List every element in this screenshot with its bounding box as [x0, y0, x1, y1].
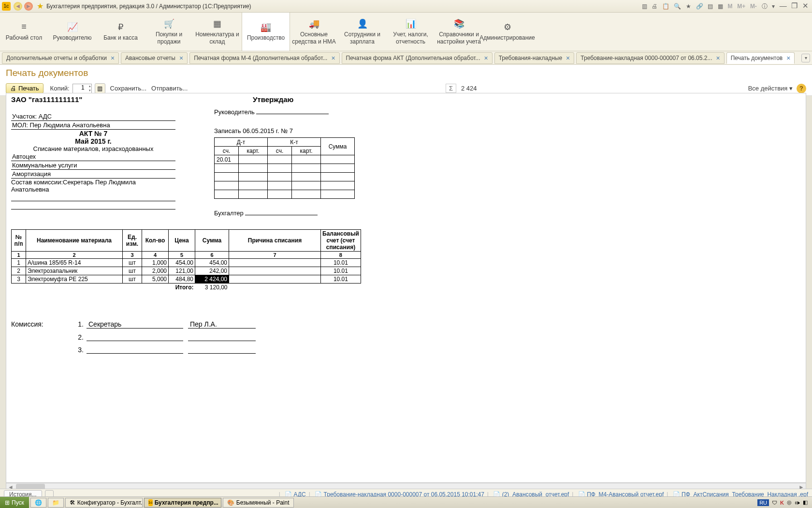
ribbon-item-0[interactable]: ≡Рабочий стол — [0, 13, 48, 51]
tb-doc-icon[interactable]: 📋 — [662, 3, 669, 10]
ribbon-item-7[interactable]: 👤Сотрудники и зарплата — [338, 13, 387, 51]
nav-forward-icon[interactable]: ► — [24, 2, 33, 11]
commission-info: Состав комиссии:Секретарь Пер Людмила Ан… — [11, 179, 175, 193]
ribbon-icon: 📚 — [454, 18, 464, 28]
ribbon-item-1[interactable]: 📈Руководителю — [48, 13, 97, 51]
maximize-icon[interactable]: ❐ — [791, 1, 798, 10]
doctab-3[interactable]: Печатная форма АКТ (Дополнительная обраб… — [342, 52, 493, 64]
info-icon[interactable]: ⓘ — [762, 3, 768, 10]
nav-back-icon[interactable]: ◄ — [14, 2, 22, 11]
windows-taskbar: ⊞ Пуск 🌐📁🛠 Конфигуратор - Бухгалт...1c Б… — [0, 496, 812, 508]
save-button[interactable]: Сохранить... — [110, 85, 146, 92]
record-info: Записать 06.05.2015 г. № 7 — [214, 127, 794, 134]
tray-k-icon[interactable]: K — [780, 500, 784, 506]
send-button[interactable]: Отправить... — [151, 85, 188, 92]
ribbon-label: Администрирование — [478, 34, 536, 41]
ribbon-label: Покупки и продажи — [145, 31, 193, 45]
ribbon-item-5[interactable]: 🏭Производство — [242, 13, 290, 51]
amort-row: Амортизация — [11, 170, 175, 179]
system-tray: RU 🛡 K ◎ 🕪 ◧ — [753, 499, 812, 506]
org-name: ЗАО "газ111111111" — [11, 95, 175, 104]
commission-block: Комиссия:1.СекретарьПер Л.А.2.3. — [11, 320, 794, 354]
tb-print-icon[interactable]: 🖨 — [652, 3, 657, 10]
tb-calc1-icon[interactable]: ▤ — [708, 3, 713, 10]
favorite-icon[interactable]: ★ — [37, 1, 44, 11]
table-row[interactable]: 2Электрозапальникшт2,000121,00242,0010.0… — [12, 267, 361, 275]
taskbar-button[interactable]: 🎨 Безымянный - Paint — [223, 498, 294, 508]
memory-mminus[interactable]: M- — [750, 3, 757, 10]
commission-row: 2. — [11, 333, 794, 341]
tabs-dropdown-icon[interactable]: ▾ — [801, 54, 810, 62]
document-area[interactable]: ЗАО "газ111111111" Участок: АДС МОЛ: Пер… — [6, 93, 806, 483]
taskbar-button[interactable]: 🛠 Конфигуратор - Бухгалт... — [65, 498, 143, 508]
ribbon-item-2[interactable]: ₽Банк и касса — [97, 13, 145, 51]
ribbon-icon: 🚚 — [309, 18, 319, 28]
tb-search-icon[interactable]: 🔍 — [674, 3, 681, 10]
ribbon-icon: ⚙ — [504, 22, 511, 31]
blank-row2 — [11, 208, 175, 209]
doctab-0[interactable]: Дополнительные отчеты и обработки× — [2, 52, 119, 64]
ribbon-icon: 👤 — [357, 18, 368, 28]
tab-close-icon[interactable]: × — [786, 54, 790, 62]
print-button[interactable]: 🖨 Печать — [6, 83, 44, 93]
tray-net-icon[interactable]: ◎ — [787, 499, 792, 506]
memory-m[interactable]: M — [728, 3, 733, 10]
tab-close-icon[interactable]: × — [111, 54, 115, 62]
ribbon-item-3[interactable]: 🛒Покупки и продажи — [145, 13, 193, 51]
copies-label: Копий: — [50, 85, 70, 92]
ribbon-item-8[interactable]: 📊Учет, налоги, отчетность — [387, 13, 435, 51]
col-header: Кол-во — [142, 230, 169, 252]
windows-flag-icon: ⊞ — [5, 499, 10, 506]
memory-mplus[interactable]: M+ — [737, 3, 745, 10]
tray-app-icon[interactable]: ◧ — [803, 499, 808, 506]
tb-tool-icon[interactable]: ▥ — [642, 3, 647, 10]
tb-fav-icon[interactable]: ★ — [686, 3, 691, 10]
document-tabs: Дополнительные отчеты и обработки×Авансо… — [0, 51, 812, 65]
col-header: Наименование материала — [26, 230, 123, 252]
doctab-1[interactable]: Авансовые отчеты× — [121, 52, 188, 64]
ribbon-icon: ₽ — [118, 22, 123, 31]
ribbon-label: Банк и касса — [102, 34, 140, 41]
page-title: Печать документов — [6, 68, 806, 78]
ribbon-item-4[interactable]: ▦Номенклатура и склад — [193, 13, 242, 51]
tab-close-icon[interactable]: × — [716, 54, 720, 62]
tb-calc2-icon[interactable]: ▦ — [718, 3, 723, 10]
doctab-2[interactable]: Печатная форма М-4 (Дополнительная обраб… — [189, 52, 339, 64]
minimize-icon[interactable]: — — [780, 1, 787, 10]
taskbar-button[interactable]: 1c Бухгалтерия предпр... — [144, 498, 221, 508]
ribbon-label: Сотрудники и зарплата — [338, 31, 386, 45]
titlebar-right: ▥ 🖨 📋 🔍 ★ 🔗 ▤ ▦ M M+ M- ⓘ ▾ — ❐ ✕ — [640, 1, 810, 11]
taskbar-button[interactable]: 📁 — [48, 498, 64, 508]
sigma-sum: 2 424 — [461, 85, 490, 92]
table-row[interactable]: 1А/шина 185/65 R-14шт1,000454,00454,0010… — [12, 259, 361, 267]
tab-close-icon[interactable]: × — [331, 54, 335, 62]
doctab-6[interactable]: Печать документов× — [726, 52, 795, 64]
autocex-row: Автоцех — [11, 152, 175, 161]
preview-button[interactable]: ▥ — [95, 83, 105, 94]
all-actions-button[interactable]: Все действия ▾ — [748, 85, 793, 92]
sigma-icon[interactable]: Σ — [446, 84, 456, 93]
blank-row1 — [11, 200, 175, 201]
page-header: Печать документов — [0, 65, 812, 81]
kommun-row: Коммунальные услуги — [11, 161, 175, 170]
ribbon-item-10[interactable]: ⚙Администрирование — [483, 13, 532, 51]
help-icon[interactable]: ? — [797, 84, 806, 93]
dropdown-icon[interactable]: ▾ — [772, 3, 775, 10]
tray-vol-icon[interactable]: 🕪 — [795, 500, 800, 506]
mol-row: МОЛ: Пер Людмила Анатольевна — [11, 121, 175, 130]
copies-spinner[interactable]: 1 — [72, 84, 92, 93]
tab-close-icon[interactable]: × — [179, 54, 183, 62]
close-icon[interactable]: ✕ — [802, 1, 809, 10]
tab-close-icon[interactable]: × — [566, 54, 570, 62]
doctab-4[interactable]: Требования-накладные× — [494, 52, 575, 64]
language-indicator[interactable]: RU — [757, 499, 769, 506]
tb-link-icon[interactable]: 🔗 — [696, 3, 703, 10]
table-row[interactable]: 3Электромуфта PE 225шт5,000484,802 424,0… — [12, 275, 361, 284]
tray-shield-icon[interactable]: 🛡 — [772, 500, 777, 506]
doctab-5[interactable]: Требование-накладная 0000-000007 от 06.0… — [576, 52, 724, 64]
start-button[interactable]: ⊞ Пуск — [0, 497, 29, 508]
tab-close-icon[interactable]: × — [484, 54, 488, 62]
ribbon-item-6[interactable]: 🚚Основные средства и НМА — [290, 13, 338, 51]
ribbon-item-9[interactable]: 📚Справочники и настройки учета — [435, 13, 483, 51]
taskbar-button[interactable]: 🌐 — [30, 498, 46, 508]
